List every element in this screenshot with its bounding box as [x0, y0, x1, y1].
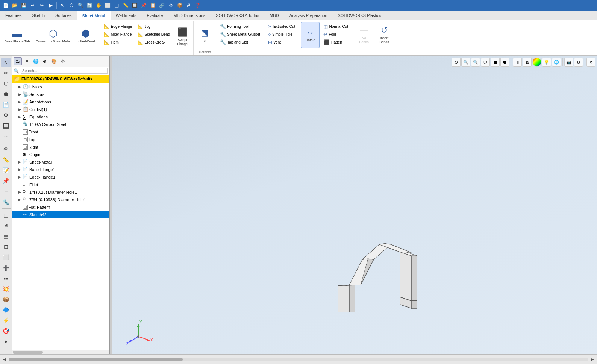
tab-slot-button[interactable]: 🔧 Tab and Slot [218, 38, 262, 46]
left-icon-insert[interactable]: ➕ [1, 263, 11, 273]
left-icon-grid[interactable]: ⊞ [1, 242, 11, 252]
tab-sheetmetal[interactable]: Sheet Metal [77, 11, 110, 20]
sketched-bend-button[interactable]: 📐 Sketched Bend [136, 30, 171, 38]
simple-hole-button[interactable]: ○ Simple Hole [267, 30, 297, 38]
vp-screenshot[interactable]: 📷 [564, 58, 573, 67]
sheet-metal-gusset-button[interactable]: 🔧 Sheet Metal Gusset [218, 30, 262, 38]
left-icon-extra4[interactable]: ♦ [1, 337, 11, 346]
base-flange-tab-button[interactable]: ▬ Base Flange/Tab [2, 23, 32, 49]
tree-tool-confmgr[interactable]: 🌐 [32, 57, 40, 65]
tree-tool-dimxpert[interactable]: ⊕ [41, 57, 49, 65]
hole025-expand[interactable]: ▶ [17, 190, 22, 194]
tab-sketch[interactable]: Sketch [27, 11, 50, 20]
left-icon-measure[interactable]: 📏 [1, 155, 11, 165]
no-bends-button[interactable]: — NoBends [355, 22, 373, 48]
tree-item-flatpattern[interactable]: □ Flat-Pattern [12, 203, 109, 211]
qa-redo[interactable]: ↪ [38, 1, 46, 9]
qa-new[interactable]: 📄 [2, 1, 10, 9]
vp-edges[interactable]: ⬢ [500, 58, 509, 67]
qa-snap[interactable]: 🔲 [130, 1, 139, 9]
insert-bends-button[interactable]: ↺ InsertBends [375, 22, 394, 48]
qa-pan[interactable]: ✋ [94, 1, 103, 9]
tree-item-fillet1[interactable]: ○ Fillet1 [12, 181, 109, 188]
left-icon-feature[interactable]: ⬢ [1, 89, 11, 99]
tree-item-sheetmetal[interactable]: ▶ 📄 Sheet-Metal [12, 158, 109, 166]
vp-zoom-out[interactable]: 🔍 [471, 58, 480, 67]
tree-tool-featuremgr[interactable]: 🗂 [14, 57, 22, 65]
scroll-left-arrow[interactable]: ◀ [3, 357, 6, 361]
qa-copy[interactable]: 📋 [148, 1, 157, 9]
tree-item-right[interactable]: □ Right [12, 143, 109, 151]
swept-flange-button[interactable]: ⬛ SweptFlange [173, 22, 192, 52]
tab-surfaces[interactable]: Surfaces [50, 11, 77, 20]
qa-settings[interactable]: ⚙ [167, 1, 175, 9]
left-icon-fasteners[interactable]: 🔩 [1, 197, 11, 207]
miter-flange-button[interactable]: 📐 Miter Flange [102, 30, 134, 38]
left-icon-sketch[interactable]: ✏ [1, 68, 11, 78]
left-icon-curves[interactable]: 〰 [1, 187, 11, 196]
tree-item-sensors[interactable]: ▶ 📡 Sensors [12, 91, 109, 98]
left-icon-surface[interactable]: ⬡ [1, 79, 11, 88]
cutlist-expand[interactable]: ▶ [17, 107, 22, 112]
qa-bbox[interactable]: ⬜ [103, 1, 112, 9]
baseflange1-expand[interactable]: ▶ [17, 167, 22, 172]
qa-undo[interactable]: ↩ [29, 1, 37, 9]
vp-color[interactable] [532, 58, 541, 67]
tab-mbd[interactable]: MBD [264, 11, 284, 20]
sensors-expand[interactable]: ▶ [17, 92, 22, 97]
left-icon-extra3[interactable]: 🎯 [1, 326, 11, 336]
qa-zoom[interactable]: 🔍 [76, 1, 85, 9]
hem-button[interactable]: 📐 Hem [102, 38, 134, 46]
hole0109-expand[interactable]: ▶ [17, 197, 22, 202]
edgeflange1-expand[interactable]: ▶ [17, 175, 22, 179]
qa-export[interactable]: 📦 [176, 1, 184, 9]
tree-item-equations[interactable]: ▶ ∑ Equations [12, 113, 109, 121]
left-icon-layers[interactable]: ▤ [1, 231, 11, 241]
normal-cut-button[interactable]: ◫ Normal Cut [322, 23, 350, 30]
left-icon-pattern[interactable]: ⚏ [1, 273, 11, 283]
vent-button[interactable]: ⊞ Vent [267, 38, 297, 46]
left-icon-explode[interactable]: 💥 [1, 284, 11, 294]
tree-tool-settings[interactable]: ⚙ [59, 57, 67, 65]
qa-link[interactable]: 🔗 [158, 1, 166, 9]
left-icon-dim[interactable]: ↔ [1, 131, 11, 141]
tree-filter-input[interactable] [21, 68, 108, 74]
left-icon-reference[interactable]: 📌 [1, 176, 11, 186]
tab-analysis[interactable]: Analysis Preparation [284, 11, 333, 20]
qa-section[interactable]: ◫ [112, 1, 121, 9]
unfold-button[interactable]: ↔ Unfold [301, 22, 320, 48]
vp-zoom-in[interactable]: 🔍 [461, 58, 470, 67]
left-icon-block[interactable]: ⬜ [1, 252, 11, 262]
tree-item-front[interactable]: □ Front [12, 128, 109, 136]
qa-help[interactable]: ❓ [194, 1, 202, 9]
qa-open[interactable]: 📂 [11, 1, 19, 9]
vp-light[interactable]: 💡 [542, 58, 551, 67]
left-icon-weld[interactable]: ⚙ [1, 110, 11, 120]
tree-item-top[interactable]: □ Top [12, 136, 109, 143]
forming-tool-button[interactable]: 🔧 Forming Tool [218, 23, 262, 30]
history-expand[interactable]: ▶ [17, 85, 22, 89]
qa-lasso[interactable]: ⬡ [67, 1, 76, 9]
tree-content[interactable]: ▶ 🕐 History ▶ 📡 Sensors ▶ 📝 Annotations … [12, 83, 109, 350]
tree-item-origin[interactable]: ⊕ Origin [12, 151, 109, 158]
vp-scene[interactable]: 🌐 [552, 58, 561, 67]
qa-save[interactable]: 💾 [20, 1, 28, 9]
left-icon-mold[interactable]: 🔲 [1, 121, 11, 130]
left-icon-annotation[interactable]: 📝 [1, 165, 11, 175]
qa-ref[interactable]: 📌 [139, 1, 148, 9]
left-icon-display[interactable]: 🖥 [1, 221, 11, 231]
extruded-cut-button[interactable]: ✂ Extruded Cut [267, 23, 297, 30]
left-icon-export[interactable]: 📦 [1, 294, 11, 304]
qa-measure[interactable]: 📏 [121, 1, 130, 9]
tree-tool-displaymgr[interactable]: 🎨 [50, 57, 58, 65]
tree-item-hole025[interactable]: ▶ ⊙ 1/4 (0.25) Diameter Hole1 [12, 188, 109, 196]
fold-button[interactable]: ↩ Fold [322, 30, 350, 38]
annotations-expand[interactable]: ▶ [17, 100, 22, 104]
tree-item-baseflange1[interactable]: ▶ 📄 Base-Flange1 [12, 166, 109, 173]
vp-section[interactable]: ◫ [513, 58, 522, 67]
scroll-right-arrow[interactable]: ▶ [591, 357, 594, 361]
cross-break-button[interactable]: 📐 Cross-Break [136, 38, 171, 46]
lofted-bend-button[interactable]: ⬢ Lofted-Bend [74, 23, 97, 49]
tree-item-cutlist[interactable]: ▶ 📋 Cut list(1) [12, 106, 109, 113]
edge-flange-button[interactable]: 📐 Edge Flange [102, 23, 134, 30]
